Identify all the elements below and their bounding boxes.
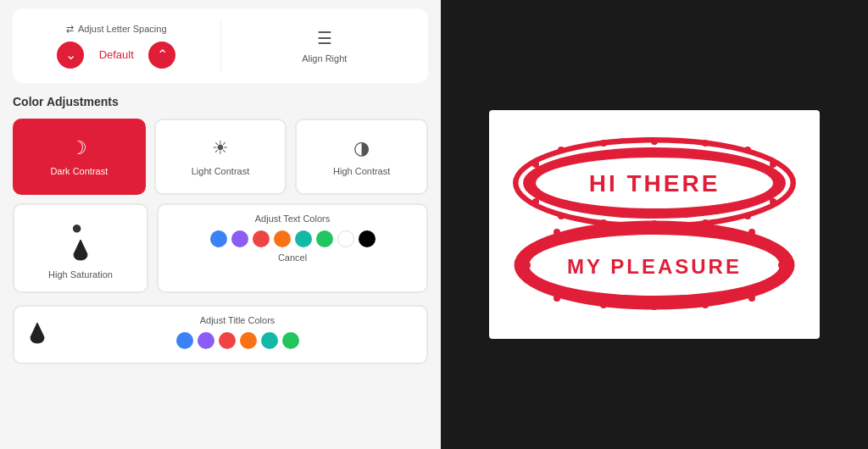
letter-spacing-label: ⇄ Adjust Letter Spacing bbox=[66, 24, 167, 35]
svg-point-6 bbox=[524, 180, 531, 186]
svg-point-15 bbox=[702, 140, 709, 147]
svg-point-36 bbox=[600, 302, 607, 308]
high-contrast-icon: ◑ bbox=[353, 137, 370, 159]
high-contrast-item[interactable]: ◑ High Contrast bbox=[295, 119, 428, 195]
title-dot-teal[interactable] bbox=[261, 332, 278, 349]
letter-spacing-decrement[interactable]: ⌄ bbox=[57, 42, 84, 69]
svg-text:HI THERE: HI THERE bbox=[589, 170, 721, 197]
dark-contrast-icon: ☽ bbox=[70, 137, 87, 159]
svg-point-31 bbox=[748, 295, 755, 302]
svg-point-41 bbox=[770, 280, 776, 287]
title-dot-purple[interactable] bbox=[198, 332, 214, 349]
svg-point-7 bbox=[778, 180, 785, 186]
text-colors-title: Adjust Text Colors bbox=[169, 213, 416, 224]
svg-point-26 bbox=[524, 262, 531, 269]
color-dot-green[interactable] bbox=[316, 230, 333, 247]
svg-point-20 bbox=[532, 198, 539, 205]
svg-text:MY PLEASURE: MY PLEASURE bbox=[567, 255, 742, 278]
preview-image: HI THERE bbox=[489, 110, 820, 339]
svg-point-34 bbox=[600, 222, 607, 229]
stamp-container: HI THERE bbox=[502, 119, 807, 330]
text-color-dots bbox=[169, 230, 416, 247]
color-dot-black[interactable] bbox=[359, 230, 376, 247]
svg-point-8 bbox=[558, 147, 565, 153]
title-colors-content: Adjust Title Colors bbox=[58, 315, 416, 354]
align-right-icon: ☰ bbox=[317, 28, 332, 48]
right-panel: HI THERE bbox=[441, 0, 868, 449]
high-saturation-item[interactable]: ● High Saturation bbox=[13, 203, 148, 293]
light-contrast-label: Light Contrast bbox=[192, 166, 249, 176]
light-contrast-item[interactable]: ☀ Light Contrast bbox=[154, 119, 287, 195]
contrast-grid: ☽ Dark Contrast ☀ Light Contrast ◑ High … bbox=[13, 119, 428, 195]
title-dot-green[interactable] bbox=[282, 332, 299, 349]
dark-contrast-item[interactable]: ☽ Dark Contrast bbox=[13, 119, 146, 195]
svg-point-9 bbox=[744, 147, 751, 153]
color-dot-orange[interactable] bbox=[274, 230, 291, 247]
color-adjustments-title: Color Adjustments bbox=[13, 95, 428, 108]
dark-contrast-label: Dark Contrast bbox=[50, 166, 108, 176]
stamp-my-pleasure: MY PLEASURE bbox=[510, 217, 798, 314]
title-dot-blue[interactable] bbox=[176, 332, 193, 349]
letter-spacing-group: ⇄ Adjust Letter Spacing ⌄ Default ⌃ bbox=[26, 24, 207, 69]
align-right-group: ☰ Align Right bbox=[235, 28, 415, 64]
letter-spacing-icon: ⇄ bbox=[66, 24, 74, 35]
text-colors-cancel[interactable]: Cancel bbox=[169, 252, 416, 263]
svg-point-29 bbox=[748, 229, 755, 236]
svg-point-40 bbox=[532, 280, 539, 287]
svg-point-14 bbox=[600, 140, 607, 147]
align-right-label: Align Right bbox=[302, 53, 347, 64]
svg-point-39 bbox=[770, 243, 776, 250]
color-dot-blue[interactable] bbox=[210, 230, 227, 247]
svg-point-21 bbox=[770, 198, 776, 205]
letter-spacing-value: Default bbox=[91, 48, 142, 61]
svg-point-12 bbox=[651, 138, 658, 145]
top-controls-card: ⇄ Adjust Letter Spacing ⌄ Default ⌃ ☰ Al… bbox=[13, 8, 428, 83]
svg-point-18 bbox=[532, 161, 539, 168]
color-dot-red[interactable] bbox=[253, 230, 270, 247]
svg-point-28 bbox=[554, 229, 560, 236]
light-contrast-icon: ☀ bbox=[212, 137, 229, 159]
svg-point-19 bbox=[770, 161, 776, 168]
divider bbox=[220, 20, 221, 71]
color-dot-purple[interactable] bbox=[231, 230, 248, 247]
svg-point-27 bbox=[778, 262, 785, 269]
svg-point-33 bbox=[651, 303, 658, 310]
title-dot-red[interactable] bbox=[219, 332, 236, 349]
title-saturation-icon bbox=[25, 322, 50, 347]
controls-row: ⇄ Adjust Letter Spacing ⌄ Default ⌃ ☰ Al… bbox=[26, 20, 415, 71]
svg-point-35 bbox=[702, 222, 709, 229]
title-colors-title: Adjust Title Colors bbox=[58, 315, 416, 325]
color-dot-teal[interactable] bbox=[295, 230, 312, 247]
color-adjustments-section: Color Adjustments ☽ Dark Contrast ☀ Ligh… bbox=[13, 95, 428, 364]
left-panel: ⇄ Adjust Letter Spacing ⌄ Default ⌃ ☰ Al… bbox=[0, 0, 441, 449]
title-color-dots bbox=[58, 332, 416, 349]
letter-spacing-increment[interactable]: ⌃ bbox=[148, 42, 175, 69]
bottom-row: ● High Saturation Adjust Text Colors bbox=[13, 203, 428, 293]
title-colors-card: Adjust Title Colors bbox=[13, 305, 428, 364]
svg-point-30 bbox=[554, 295, 560, 302]
title-dot-orange[interactable] bbox=[240, 332, 257, 349]
high-saturation-label: High Saturation bbox=[48, 269, 113, 280]
text-colors-card: Adjust Text Colors Cancel bbox=[157, 203, 428, 293]
high-contrast-label: High Contrast bbox=[333, 166, 390, 176]
color-dot-white[interactable] bbox=[337, 230, 354, 247]
svg-point-37 bbox=[702, 302, 709, 308]
letter-spacing-controls: ⌄ Default ⌃ bbox=[57, 42, 175, 69]
svg-point-32 bbox=[651, 220, 658, 227]
svg-point-38 bbox=[532, 243, 539, 250]
saturation-icon: ● bbox=[71, 217, 90, 264]
